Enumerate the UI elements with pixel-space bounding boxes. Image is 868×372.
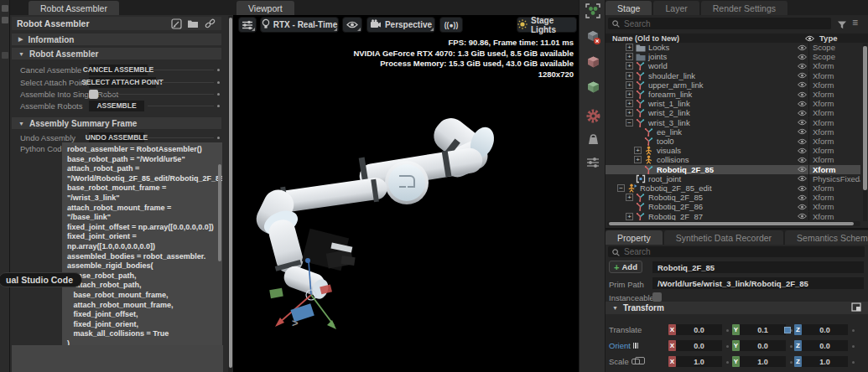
camera-dropdown[interactable]: Perspective [366,17,435,33]
prim-name[interactable]: collisions [655,155,795,164]
stage-lights-button[interactable]: Stage Lights [517,17,577,33]
stage-row-forearm_link[interactable]: +forearm_linkXform [606,90,860,99]
stage-row-Robotiq_2F_85[interactable]: Robotiq_2F_85Xform [606,165,860,174]
column-name[interactable]: Name (Old to New) [606,34,803,43]
prim-path-field[interactable]: /World/ur5e/wrist_3_link/Robotiq_2F_85 [652,277,864,289]
dock-icon[interactable] [2,52,8,59]
stage-row-joints[interactable]: +jointsScope [606,52,860,61]
python-code-field[interactable]: robot_assembler = RobotAssembler() base_… [62,142,222,345]
undo-assemble-button[interactable]: UNDO ASSEMBLE [89,132,144,143]
dock-icon[interactable] [2,17,8,23]
section-assembly-summary[interactable]: ▼ Assembly Summary Frame [12,117,221,129]
prim-name[interactable]: forearm_link [647,90,795,99]
expander-icon[interactable]: + [626,100,633,107]
expander-icon[interactable]: + [626,53,633,60]
expander-icon[interactable]: + [634,156,642,163]
stage-row-Robotiq_2F_85[interactable]: +Robotiq_2F_85Xform [606,193,860,202]
expander-icon[interactable]: + [634,147,642,154]
stage-row-collisions[interactable]: +collisionsXform [606,155,860,164]
frame-selection-icon[interactable] [583,1,603,21]
reset-dot[interactable] [790,345,793,348]
prim-name[interactable]: Robotiq_2F_85 [647,193,795,202]
reset-dot[interactable] [217,81,220,84]
prim-name[interactable]: world [647,61,795,70]
orient-x-field[interactable]: 0.0 [676,340,722,351]
visibility-eye-icon[interactable] [795,63,808,70]
stage-vertical-scrollbar[interactable] [863,44,867,221]
collider-cube-red-icon[interactable] [583,52,603,72]
edit-icon[interactable] [169,18,183,29]
physics-settings-gear-icon[interactable] [583,106,603,126]
stage-row-ee_link[interactable]: ee_linkXform [606,127,860,137]
stage-row-wrist_1_link[interactable]: +wrist_1_linkXform [606,99,860,108]
viewport-options-button[interactable] [238,17,257,33]
plane-handle-icon[interactable] [784,327,791,333]
expander-icon[interactable]: + [626,72,633,80]
orient-y-field[interactable]: 0.0 [740,340,786,351]
cancel-assemble-button[interactable]: CANCEL ASSEMBLE [89,65,148,75]
stage-row-Robotiq_2F_87[interactable]: +Robotiq_2F_87Xform [606,212,860,220]
stage-row-tool0[interactable]: tool0Xform [606,137,860,146]
visibility-eye-icon[interactable] [795,101,808,107]
stage-row-upper_arm_link[interactable]: +upper_arm_linkXform [606,80,860,90]
visibility-eye-icon[interactable] [795,44,808,51]
stage-row-wrist_3_link[interactable]: −wrist_3_linkXform [606,118,860,127]
tab-render-settings[interactable]: Render Settings [701,1,787,15]
tab-layer[interactable]: Layer [653,1,699,15]
tab-synthetic-data-recorder[interactable]: Synthetic Data Recorder [664,230,783,245]
translate-x-field[interactable]: 0.0 [676,324,722,335]
prim-name[interactable]: visuals [655,146,795,155]
tab-stage[interactable]: Stage [606,1,652,15]
tab-property[interactable]: Property [606,230,663,245]
stage-search-input[interactable]: Search [608,18,831,29]
prim-name[interactable]: Robotiq_2F_86 [647,202,795,211]
expander-icon[interactable]: + [626,62,633,70]
prim-name[interactable]: Robotiq_2F_87 [647,212,795,220]
stage-horizontal-scrollbar[interactable] [607,221,860,226]
transform-section-header[interactable]: ▼ Transform [606,302,868,314]
assemble-single-robot-checkbox[interactable] [89,90,98,99]
stage-row-shoulder_link[interactable]: +shoulder_linkXform [606,71,860,80]
open-folder-icon[interactable] [186,18,200,29]
instanceable-checkbox[interactable] [652,292,662,302]
scale-z-field[interactable]: 1.0 [802,356,848,367]
visibility-eye-icon[interactable] [795,81,808,88]
reset-dot[interactable] [790,361,793,364]
expander-icon[interactable]: − [626,119,633,127]
scale-y-field[interactable]: 1.0 [740,356,786,367]
expander-icon[interactable]: + [626,90,633,98]
link-icon[interactable] [203,18,216,29]
stage-column-header[interactable]: Name (Old to New) Type [606,34,868,43]
visibility-eye-icon[interactable] [795,110,808,116]
reset-dot[interactable] [217,137,220,139]
scale-x-field[interactable]: 1.0 [676,356,722,367]
visibility-button[interactable] [342,17,362,33]
visibility-eye-icon[interactable] [795,138,808,145]
stage-row-root_joint[interactable]: root_jointPhysicsFixedJoin [606,174,860,183]
add-property-button[interactable]: + Add [609,261,642,273]
expander-icon[interactable]: + [626,194,633,201]
collider-cube-green-icon[interactable] [583,77,603,97]
orient-z-field[interactable]: 0.0 [802,340,848,351]
translate-z-field[interactable]: 0.0 [802,324,848,335]
options-menu-icon[interactable]: ≡ [852,17,858,28]
prim-name[interactable]: tool0 [655,137,795,146]
expander-icon[interactable]: + [626,109,633,116]
expander-icon[interactable]: + [626,44,633,51]
expander-icon[interactable]: + [626,213,633,220]
visibility-eye-icon[interactable] [795,175,808,182]
waypoint-button[interactable]: ((●)) [439,17,463,33]
visibility-eye-icon[interactable] [795,91,808,98]
stage-row-Robotiq_2F_85_edit[interactable]: −Robotiq_2F_85_editXform [606,183,860,193]
no-physics-cube-icon[interactable] [583,27,603,47]
filter-icon[interactable] [837,18,847,34]
prim-name[interactable]: root_joint [647,174,795,183]
prim-name[interactable]: wrist_3_link [647,118,795,127]
visibility-eye-icon[interactable] [795,204,808,210]
translate-y-field[interactable]: 0.1 [740,324,786,335]
stage-row-world[interactable]: +worldXform [606,61,860,70]
expander-icon[interactable]: + [626,81,633,89]
visibility-eye-icon[interactable] [795,213,808,220]
reset-dot[interactable] [217,69,220,71]
tab-robot-assembler[interactable]: Robot Assembler [29,1,119,15]
